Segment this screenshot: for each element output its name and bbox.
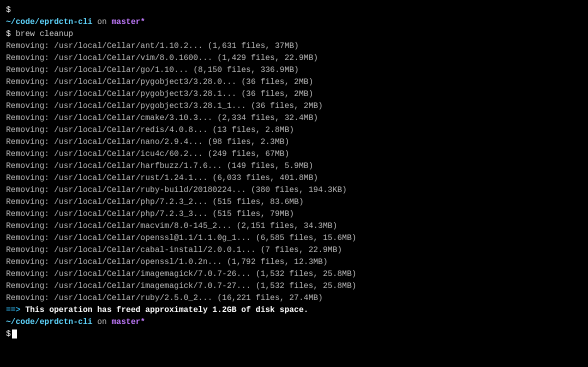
removal-path: /usr/local/Cellar/pygobject3/3.28.1_1... [54, 102, 246, 110]
removing-label: Removing: [6, 150, 54, 158]
removal-path: /usr/local/Cellar/harfbuzz/1.7.6... [54, 162, 222, 170]
removal-path: /usr/local/Cellar/ruby-build/20180224... [54, 186, 246, 194]
cursor [12, 330, 17, 338]
removal-line: Removing: /usr/local/Cellar/ant/1.10.2..… [6, 40, 582, 52]
removing-label: Removing: [6, 102, 54, 110]
entered-command: brew cleanup [16, 30, 73, 38]
removal-line: Removing: /usr/local/Cellar/pygobject3/3… [6, 76, 582, 88]
removal-stats: (1,631 files, 37MB) [203, 42, 299, 50]
removal-path: /usr/local/Cellar/openssl@1.1/1.1.0g_1..… [54, 234, 251, 242]
prompt-dollar: $ [6, 330, 11, 338]
removal-stats: (36 files, 2MB) [236, 78, 314, 86]
removal-line: Removing: /usr/local/Cellar/redis/4.0.8.… [6, 124, 582, 136]
removal-path: /usr/local/Cellar/php/7.2.3_3... [54, 210, 208, 218]
removal-stats: (7 files, 22.9MB) [256, 246, 342, 254]
prompt-dollar: $ [6, 6, 11, 14]
prompt-cwd-line: ~/code/eprdctn-cli on master* [6, 16, 582, 28]
removal-path: /usr/local/Cellar/openssl/1.0.2n... [54, 258, 222, 266]
removing-label: Removing: [6, 114, 54, 122]
removal-line: Removing: /usr/local/Cellar/php/7.2.3_3.… [6, 208, 582, 220]
removal-stats: (1,792 files, 12.3MB) [222, 258, 328, 266]
removal-line: Removing: /usr/local/Cellar/imagemagick/… [6, 280, 582, 292]
removal-path: /usr/local/Cellar/go/1.10... [54, 66, 188, 74]
removal-path: /usr/local/Cellar/pygobject3/3.28.1... [54, 90, 236, 98]
removing-label: Removing: [6, 234, 54, 242]
removal-stats: (6,585 files, 15.6MB) [251, 234, 356, 242]
removal-path: /usr/local/Cellar/php/7.2.3_2... [54, 198, 208, 206]
removal-line: Removing: /usr/local/Cellar/rust/1.24.1.… [6, 172, 582, 184]
removal-line: Removing: /usr/local/Cellar/macvim/8.0-1… [6, 220, 582, 232]
removal-line: Removing: /usr/local/Cellar/pygobject3/3… [6, 100, 582, 112]
removal-stats: (1,532 files, 25.8MB) [251, 270, 356, 278]
removing-label: Removing: [6, 186, 54, 194]
removal-stats: (149 files, 5.9MB) [222, 162, 313, 170]
removal-path: /usr/local/Cellar/ruby/2.5.0_2... [54, 294, 212, 302]
removing-label: Removing: [6, 198, 54, 206]
removal-line: Removing: /usr/local/Cellar/ruby/2.5.0_2… [6, 292, 582, 304]
removal-line: Removing: /usr/local/Cellar/php/7.2.3_2.… [6, 196, 582, 208]
removal-line: Removing: /usr/local/Cellar/ruby-build/2… [6, 184, 582, 196]
removal-path: /usr/local/Cellar/icu4c/60.2... [54, 150, 203, 158]
removing-label: Removing: [6, 210, 54, 218]
arrow-icon: ==> [6, 306, 25, 314]
removal-path: /usr/local/Cellar/vim/8.0.1600... [54, 54, 212, 62]
removal-path: /usr/local/Cellar/ant/1.10.2... [54, 42, 203, 50]
git-dirty-indicator: * [140, 18, 146, 26]
removing-label: Removing: [6, 222, 54, 230]
removal-stats: (6,033 files, 401.8MB) [208, 174, 318, 182]
removing-label: Removing: [6, 294, 54, 302]
removal-stats: (2,334 files, 32.4MB) [212, 114, 318, 122]
removing-label: Removing: [6, 126, 54, 134]
removal-path: /usr/local/Cellar/imagemagick/7.0.7-27..… [54, 282, 251, 290]
terminal-output[interactable]: $~/code/eprdctn-cli on master*$ brew cle… [6, 4, 582, 340]
removal-line: Removing: /usr/local/Cellar/openssl@1.1/… [6, 232, 582, 244]
git-branch: master [112, 18, 140, 26]
removing-label: Removing: [6, 42, 54, 50]
removal-stats: (36 files, 2MB) [246, 102, 323, 110]
summary-line: ==> This operation has freed approximate… [6, 304, 582, 316]
removing-label: Removing: [6, 66, 54, 74]
removal-stats: (8,150 files, 336.9MB) [188, 66, 299, 74]
removal-path: /usr/local/Cellar/rust/1.24.1... [54, 174, 208, 182]
removing-label: Removing: [6, 174, 54, 182]
prompt-cwd-line: ~/code/eprdctn-cli on master* [6, 316, 582, 328]
removal-stats: (515 files, 83.6MB) [208, 198, 304, 206]
removing-label: Removing: [6, 270, 54, 278]
prompt-dollar: $ [6, 30, 16, 38]
git-branch: master [112, 318, 140, 326]
removal-stats: (2,151 files, 34.3MB) [232, 222, 337, 230]
summary-text: This operation has freed approximately 1… [25, 306, 308, 314]
removal-path: /usr/local/Cellar/imagemagick/7.0.7-26..… [54, 270, 251, 278]
removal-line: Removing: /usr/local/Cellar/icu4c/60.2..… [6, 148, 582, 160]
removing-label: Removing: [6, 54, 54, 62]
removal-line: Removing: /usr/local/Cellar/cmake/3.10.3… [6, 112, 582, 124]
removing-label: Removing: [6, 258, 54, 266]
removal-stats: (98 files, 2.3MB) [203, 138, 290, 146]
removal-line: Removing: /usr/local/Cellar/pygobject3/3… [6, 88, 582, 100]
prompt-line[interactable]: $ [6, 328, 582, 340]
removal-line: Removing: /usr/local/Cellar/go/1.10... (… [6, 64, 582, 76]
command-line: $ brew cleanup [6, 28, 582, 40]
removal-stats: (36 files, 2MB) [236, 90, 314, 98]
removing-label: Removing: [6, 78, 54, 86]
removal-path: /usr/local/Cellar/nano/2.9.4... [54, 138, 203, 146]
git-dirty-indicator: * [140, 318, 146, 326]
removal-line: Removing: /usr/local/Cellar/harfbuzz/1.7… [6, 160, 582, 172]
removing-label: Removing: [6, 282, 54, 290]
removal-path: /usr/local/Cellar/cabal-install/2.0.0.1.… [54, 246, 256, 254]
removal-stats: (249 files, 67MB) [203, 150, 290, 158]
removal-line: Removing: /usr/local/Cellar/vim/8.0.1600… [6, 52, 582, 64]
removing-label: Removing: [6, 246, 54, 254]
removal-line: Removing: /usr/local/Cellar/cabal-instal… [6, 244, 582, 256]
removal-path: /usr/local/Cellar/pygobject3/3.28.0... [54, 78, 236, 86]
removal-path: /usr/local/Cellar/macvim/8.0-145_2... [54, 222, 232, 230]
removing-label: Removing: [6, 90, 54, 98]
removal-line: Removing: /usr/local/Cellar/nano/2.9.4..… [6, 136, 582, 148]
removing-label: Removing: [6, 138, 54, 146]
cwd: ~/code/eprdctn-cli [6, 318, 92, 326]
removal-path: /usr/local/Cellar/cmake/3.10.3... [54, 114, 212, 122]
removing-label: Removing: [6, 162, 54, 170]
on-separator: on [92, 318, 112, 326]
removal-stats: (16,221 files, 27.4MB) [212, 294, 323, 302]
removal-line: Removing: /usr/local/Cellar/imagemagick/… [6, 268, 582, 280]
